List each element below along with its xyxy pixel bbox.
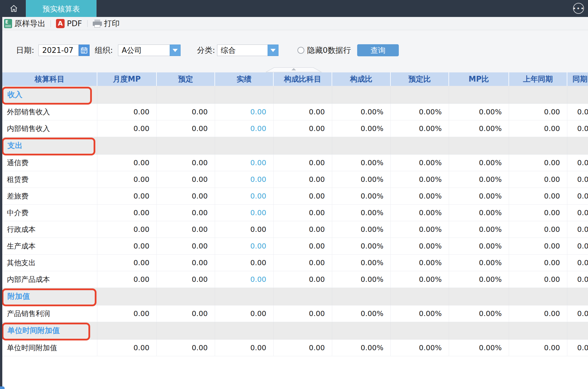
value-cell: 0.00 bbox=[156, 238, 215, 254]
value-cell: 0.00% bbox=[332, 188, 390, 204]
value-cell: 0.00% bbox=[449, 154, 509, 171]
pdf-export-button[interactable]: A PDF bbox=[56, 19, 82, 28]
export-original-button[interactable]: 原样导出 bbox=[4, 18, 45, 29]
table-row: 通信费0.000.000.000.000.00%0.00%0.00%0.000.… bbox=[2, 154, 588, 171]
value-cell: 0.00 bbox=[97, 238, 156, 254]
empty-cell bbox=[273, 86, 332, 103]
table-row: 产品销售利润0.000.000.000.000.00%0.00%0.00%0.0… bbox=[2, 305, 588, 322]
value-cell: 0.00 bbox=[97, 188, 156, 204]
empty-cell bbox=[215, 288, 273, 305]
report-table: 核算科目月度MP预定实绩构成比科目构成比预定比MP比上年同期同期比 收入外部销售… bbox=[2, 72, 588, 357]
more-options-button[interactable]: ••• bbox=[573, 3, 584, 14]
value-cell: 0.00 bbox=[273, 154, 332, 171]
date-label: 日期: bbox=[16, 45, 34, 55]
row-label: 产品销售利润 bbox=[2, 305, 97, 322]
empty-cell bbox=[332, 288, 390, 305]
actual-value-cell[interactable]: 0.00 bbox=[215, 204, 273, 221]
empty-cell bbox=[273, 322, 332, 339]
value-cell: 0.00 bbox=[509, 254, 567, 271]
empty-cell bbox=[156, 137, 215, 154]
actual-value-cell[interactable]: 0.00 bbox=[215, 188, 273, 204]
value-cell: 0.00 bbox=[273, 103, 332, 120]
value-cell: 0.00% bbox=[390, 271, 449, 288]
pdf-label: PDF bbox=[67, 19, 82, 28]
column-header: 核算科目 bbox=[2, 72, 97, 86]
value-cell: 0.00 bbox=[97, 204, 156, 221]
value-cell: 0.00 bbox=[97, 305, 156, 322]
value-cell: 0.00 bbox=[567, 305, 588, 322]
collapse-panel-handle[interactable] bbox=[265, 67, 322, 72]
actual-value-cell[interactable]: 0.00 bbox=[215, 103, 273, 120]
ellipsis-icon: ••• bbox=[572, 5, 584, 12]
value-cell: 0.00 bbox=[567, 103, 588, 120]
actual-value-cell[interactable]: 0.00 bbox=[215, 171, 273, 188]
actual-value-cell[interactable]: 0.00 bbox=[215, 120, 273, 137]
value-cell: 0.00 bbox=[509, 120, 567, 137]
value-cell: 0.00 bbox=[509, 204, 567, 221]
value-cell: 0.00 bbox=[273, 238, 332, 254]
row-label: 单位时间附加值 bbox=[2, 339, 97, 356]
empty-cell bbox=[97, 288, 156, 305]
value-cell: 0.00% bbox=[449, 120, 509, 137]
value-cell: 0.00 bbox=[97, 271, 156, 288]
value-cell: 0.00% bbox=[390, 120, 449, 137]
value-cell: 0.00 bbox=[509, 305, 567, 322]
value-cell: 0.00 bbox=[273, 254, 332, 271]
floating-button-partial[interactable] bbox=[0, 386, 5, 389]
value-cell: 0.00 bbox=[273, 339, 332, 356]
value-cell: 0.00 bbox=[567, 204, 588, 221]
value-cell: 0.00 bbox=[97, 254, 156, 271]
empty-cell bbox=[273, 137, 332, 154]
empty-cell bbox=[97, 137, 156, 154]
value-cell: 0.00% bbox=[390, 254, 449, 271]
category-select[interactable]: 综合 bbox=[217, 45, 278, 56]
value-cell: 0.00% bbox=[332, 171, 390, 188]
value-cell: 0.00% bbox=[390, 305, 449, 322]
value-cell: 0.00 bbox=[156, 188, 215, 204]
section-link[interactable]: 收入 bbox=[7, 90, 22, 99]
calendar-button[interactable] bbox=[79, 45, 90, 56]
tab-budget-actual-report[interactable]: 预实核算表 bbox=[26, 0, 96, 18]
value-cell: 0.00 bbox=[156, 120, 215, 137]
table-row: 生产成本0.000.000.000.000.00%0.00%0.00%0.000… bbox=[2, 238, 588, 254]
print-button[interactable]: 打印 bbox=[93, 18, 120, 29]
value-cell: 0.00 bbox=[567, 221, 588, 238]
section-link[interactable]: 支出 bbox=[7, 141, 22, 150]
chevron-down-icon[interactable] bbox=[170, 45, 181, 56]
empty-cell bbox=[567, 137, 588, 154]
table-row: 外部销售收入0.000.000.000.000.00%0.00%0.00%0.0… bbox=[2, 103, 588, 120]
empty-cell bbox=[567, 288, 588, 305]
organization-label: 组织: bbox=[95, 45, 113, 55]
section-link[interactable]: 单位时间附加值 bbox=[7, 326, 60, 335]
empty-cell bbox=[97, 86, 156, 103]
query-button[interactable]: 查询 bbox=[357, 44, 399, 56]
actual-value-cell[interactable]: 0.00 bbox=[215, 154, 273, 171]
actual-value-cell[interactable]: 0.00 bbox=[215, 271, 273, 288]
row-label: 行政成本 bbox=[2, 221, 97, 238]
actual-value-cell: 0.00 bbox=[215, 305, 273, 322]
chevron-down-icon[interactable] bbox=[268, 45, 278, 56]
row-label: 其他支出 bbox=[2, 254, 97, 271]
value-cell: 0.00 bbox=[156, 254, 215, 271]
value-cell: 0.00 bbox=[273, 271, 332, 288]
date-input[interactable]: 2021-07 bbox=[38, 45, 79, 56]
value-cell: 0.00% bbox=[449, 305, 509, 322]
value-cell: 0.00 bbox=[273, 204, 332, 221]
value-cell: 0.00 bbox=[509, 221, 567, 238]
value-cell: 0.00 bbox=[156, 171, 215, 188]
value-cell: 0.00% bbox=[449, 339, 509, 356]
value-cell: 0.00 bbox=[156, 305, 215, 322]
value-cell: 0.00% bbox=[332, 305, 390, 322]
hide-zero-radio[interactable] bbox=[297, 47, 304, 54]
section-link[interactable]: 附加值 bbox=[7, 292, 30, 301]
column-header: 构成比 bbox=[332, 72, 390, 86]
value-cell: 0.00 bbox=[509, 103, 567, 120]
value-cell: 0.00% bbox=[332, 103, 390, 120]
empty-cell bbox=[449, 86, 509, 103]
value-cell: 0.00 bbox=[567, 271, 588, 288]
actual-value-cell[interactable]: 0.00 bbox=[215, 238, 273, 254]
table-row: 其他支出0.000.000.000.000.00%0.00%0.00%0.000… bbox=[2, 254, 588, 271]
organization-select[interactable]: A公司 bbox=[118, 45, 181, 56]
home-button[interactable] bbox=[6, 0, 22, 17]
value-cell: 0.00 bbox=[156, 103, 215, 120]
